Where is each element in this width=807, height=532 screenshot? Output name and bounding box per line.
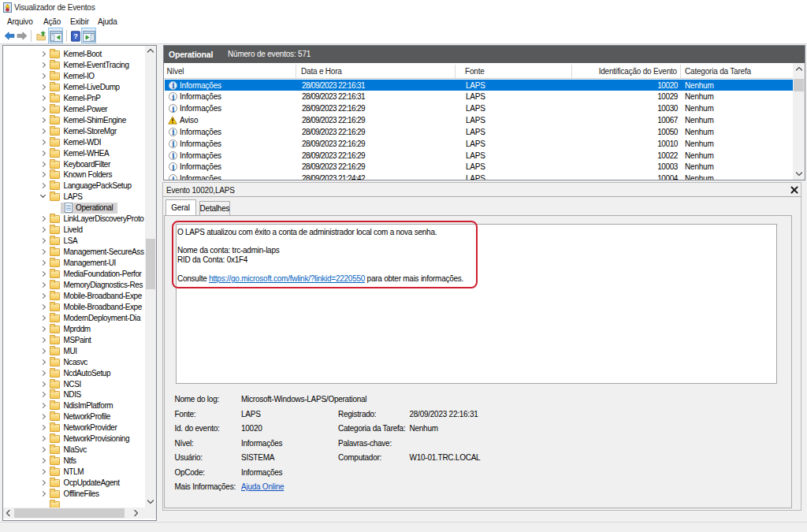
svg-text:?: ? bbox=[73, 32, 78, 40]
